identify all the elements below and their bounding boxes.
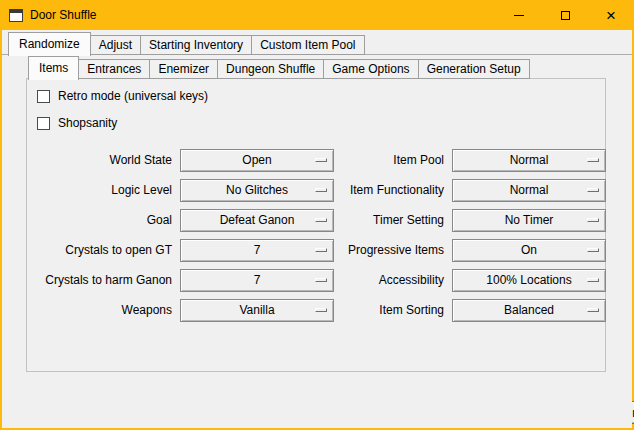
shopsanity-checkbox[interactable] <box>37 117 50 130</box>
weapons-dropdown[interactable]: Vanilla <box>180 299 334 322</box>
tab-items[interactable]: Items <box>28 56 79 80</box>
item-functionality-value: Normal <box>510 183 549 197</box>
crystals-harm-ganon-dropdown[interactable]: 7 <box>180 269 334 292</box>
client-area: Randomize Adjust Starting Inventory Cust… <box>2 30 632 428</box>
item-pool-value: Normal <box>510 153 549 167</box>
world-state-value: Open <box>242 153 271 167</box>
item-sorting-value: Balanced <box>504 303 554 317</box>
inner-notebook: Items Entrances Enemizer Dungeon Shuffle… <box>26 56 606 372</box>
options-grid: World State Open Item Pool Normal Logic … <box>31 145 606 325</box>
dropdown-indicator-icon <box>315 308 327 312</box>
inner-tab-bar: Items Entrances Enemizer Dungeon Shuffle… <box>28 56 529 79</box>
world-state-dropdown[interactable]: Open <box>180 149 334 172</box>
tab-adjust[interactable]: Adjust <box>90 35 141 55</box>
logic-level-value: No Glitches <box>226 183 288 197</box>
items-pane: Retro mode (universal keys) Shopsanity W… <box>26 78 606 372</box>
timer-setting-value: No Timer <box>505 213 554 227</box>
progressive-items-label: Progressive Items <box>342 243 444 257</box>
crystals-open-gt-dropdown[interactable]: 7 <box>180 239 334 262</box>
crystals-open-gt-value: 7 <box>254 243 261 257</box>
dropdown-indicator-icon <box>315 278 327 282</box>
maximize-icon <box>561 11 570 20</box>
item-functionality-dropdown[interactable]: Normal <box>452 179 606 202</box>
dropdown-indicator-icon <box>587 308 599 312</box>
item-sorting-dropdown[interactable]: Balanced <box>452 299 606 322</box>
timer-setting-label: Timer Setting <box>342 213 444 227</box>
progressive-items-value: On <box>521 243 537 257</box>
tab-dungeon-shuffle[interactable]: Dungeon Shuffle <box>217 59 324 79</box>
window-title: Door Shuffle <box>30 8 97 22</box>
logic-level-label: Logic Level <box>31 183 172 197</box>
goal-value: Defeat Ganon <box>220 213 295 227</box>
weapons-value: Vanilla <box>239 303 274 317</box>
accessibility-value: 100% Locations <box>486 273 571 287</box>
door-shuffle-window: Door Shuffle × Randomize Adjust Starting… <box>0 0 634 430</box>
dropdown-indicator-icon <box>587 158 599 162</box>
accessibility-label: Accessibility <box>342 273 444 287</box>
crystals-harm-ganon-label: Crystals to harm Ganon <box>31 273 172 287</box>
maximize-button[interactable] <box>542 0 588 30</box>
retro-mode-checkbox[interactable] <box>37 90 50 103</box>
accessibility-dropdown[interactable]: 100% Locations <box>452 269 606 292</box>
tab-starting-inventory[interactable]: Starting Inventory <box>140 35 252 55</box>
shopsanity-label: Shopsanity <box>58 116 117 130</box>
dropdown-indicator-icon <box>587 278 599 282</box>
window-controls: × <box>496 0 634 30</box>
tab-enemizer[interactable]: Enemizer <box>149 59 218 79</box>
retro-mode-label: Retro mode (universal keys) <box>58 89 208 103</box>
tab-randomize[interactable]: Randomize <box>8 32 91 56</box>
titlebar[interactable]: Door Shuffle × <box>0 0 634 30</box>
logic-level-dropdown[interactable]: No Glitches <box>180 179 334 202</box>
weapons-label: Weapons <box>31 303 172 317</box>
world-state-label: World State <box>31 153 172 167</box>
crystals-harm-ganon-value: 7 <box>254 273 261 287</box>
crystals-open-gt-label: Crystals to open GT <box>31 243 172 257</box>
timer-setting-dropdown[interactable]: No Timer <box>452 209 606 232</box>
item-pool-label: Item Pool <box>342 153 444 167</box>
close-icon: × <box>606 7 616 24</box>
retro-mode-row: Retro mode (universal keys) <box>37 87 208 105</box>
dropdown-indicator-icon <box>315 188 327 192</box>
item-pool-dropdown[interactable]: Normal <box>452 149 606 172</box>
minimize-button[interactable] <box>496 0 542 30</box>
dropdown-indicator-icon <box>315 158 327 162</box>
dropdown-indicator-icon <box>587 188 599 192</box>
tab-entrances[interactable]: Entrances <box>78 59 150 79</box>
close-button[interactable]: × <box>588 0 634 30</box>
shopsanity-row: Shopsanity <box>37 114 117 132</box>
dropdown-indicator-icon <box>587 218 599 222</box>
app-icon[interactable] <box>9 9 23 22</box>
progressive-items-dropdown[interactable]: On <box>452 239 606 262</box>
dropdown-indicator-icon <box>587 248 599 252</box>
outer-tab-bar: Randomize Adjust Starting Inventory Cust… <box>8 32 364 55</box>
item-sorting-label: Item Sorting <box>342 303 444 317</box>
tab-generation-setup[interactable]: Generation Setup <box>418 59 530 79</box>
tab-game-options[interactable]: Game Options <box>323 59 418 79</box>
dropdown-indicator-icon <box>315 248 327 252</box>
minimize-icon <box>514 15 524 16</box>
item-functionality-label: Item Functionality <box>342 183 444 197</box>
goal-dropdown[interactable]: Defeat Ganon <box>180 209 334 232</box>
tab-custom-item-pool[interactable]: Custom Item Pool <box>251 35 364 55</box>
goal-label: Goal <box>31 213 172 227</box>
dropdown-indicator-icon <box>315 218 327 222</box>
